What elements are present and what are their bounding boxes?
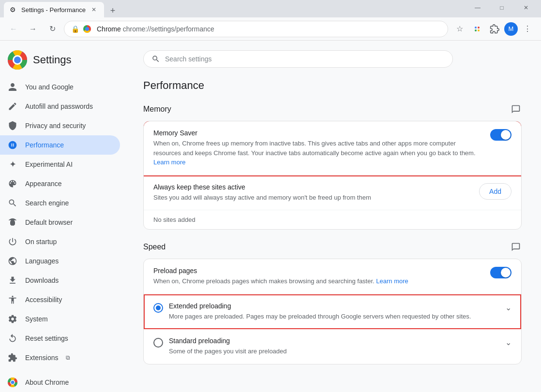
add-sites-button[interactable]: Add — [479, 183, 511, 200]
standard-preloading-text: Standard preloading Some of the pages yo… — [169, 337, 499, 356]
standard-preloading-radio[interactable] — [153, 338, 163, 348]
always-keep-desc: Sites you add will always stay active an… — [153, 193, 471, 203]
shield-icon — [8, 121, 17, 131]
search-container: Search settings — [143, 50, 522, 68]
preload-learn-more[interactable]: Learn more — [376, 277, 408, 285]
memory-saver-desc: When on, Chrome frees up memory from ina… — [153, 139, 482, 167]
reload-button[interactable]: ↻ — [45, 21, 60, 37]
sidebar-item-privacy[interactable]: Privacy and security — [0, 116, 120, 135]
svg-point-9 — [11, 381, 15, 384]
always-keep-text: Always keep these sites active Sites you… — [153, 183, 471, 203]
sidebar-item-reset[interactable]: Reset settings — [0, 329, 120, 348]
menu-button[interactable]: ⋮ — [520, 21, 535, 37]
content-area: Search settings Performance Memory Memor — [124, 41, 541, 392]
speed-feedback-icon[interactable] — [510, 241, 522, 253]
address-text: Chrome chrome://settings/performance — [97, 25, 441, 33]
search-bar[interactable]: Search settings — [143, 50, 453, 68]
standard-preloading-item: Standard preloading Some of the pages yo… — [144, 329, 521, 364]
address-bar[interactable]: 🔒 Chrome chrome://settings/performance — [64, 21, 448, 37]
active-tab[interactable]: ⚙ Settings - Performance ✕ — [4, 2, 104, 17]
address-path: chrome://settings/performance — [123, 25, 214, 33]
forward-button[interactable]: → — [25, 21, 41, 37]
tab-favicon: ⚙ — [10, 6, 17, 14]
external-link-icon: ⧉ — [66, 354, 70, 361]
title-bar: ⚙ Settings - Performance ✕ + — □ ✕ — [0, 0, 541, 17]
sidebar-label-performance: Performance — [25, 141, 64, 149]
sidebar-item-accessibility[interactable]: Accessibility — [0, 290, 120, 309]
speed-section-title: Speed — [143, 243, 165, 251]
sidebar-item-appearance[interactable]: Appearance — [0, 174, 120, 193]
speed-section: Speed Preload pages When on, Chrome prel… — [143, 241, 522, 364]
sidebar-label-on-startup: On startup — [25, 238, 57, 246]
sidebar-label-system: System — [25, 315, 48, 323]
sidebar-label-about: About Chrome — [25, 378, 69, 386]
svg-point-1 — [478, 27, 480, 29]
lock-icon: 🔒 — [71, 25, 79, 33]
sidebar-item-performance[interactable]: Performance — [0, 135, 120, 155]
tab-close-button[interactable]: ✕ — [90, 5, 98, 14]
memory-saver-toggle[interactable] — [490, 129, 511, 141]
palette-icon — [8, 179, 17, 189]
sidebar-item-search[interactable]: Search engine — [0, 193, 120, 213]
preload-item: Preload pages When on, Chrome preloads p… — [144, 259, 521, 294]
sidebar-item-system[interactable]: System — [0, 309, 120, 329]
extended-preloading-title: Extended preloading — [169, 302, 499, 310]
standard-preloading-desc: Some of the pages you visit are preloade… — [169, 347, 499, 356]
toolbar: ← → ↻ 🔒 Chrome chrome://settings/perform… — [0, 17, 541, 41]
preload-toggle[interactable] — [490, 267, 511, 278]
puzzle-icon — [8, 353, 17, 363]
sidebar-item-about[interactable]: About Chrome — [0, 373, 120, 392]
sidebar-item-extensions[interactable]: Extensions ⧉ — [0, 348, 120, 367]
always-keep-item: Always keep these sites active Sites you… — [144, 175, 521, 211]
sidebar-item-languages[interactable]: Languages — [0, 251, 120, 271]
power-icon — [8, 237, 17, 247]
accessibility-icon — [8, 295, 17, 305]
standard-chevron-icon[interactable]: ⌄ — [505, 338, 511, 347]
sidebar-label-downloads: Downloads — [25, 276, 59, 284]
extended-chevron-icon[interactable]: ⌄ — [505, 303, 511, 312]
profile-icon[interactable]: M — [504, 22, 518, 36]
svg-point-2 — [475, 29, 477, 31]
memory-saver-learn-more[interactable]: Learn more — [153, 159, 185, 166]
sparkle-icon: ✦ — [8, 160, 17, 169]
new-tab-button[interactable]: + — [106, 4, 120, 17]
sidebar-item-autofill[interactable]: Autofill and passwords — [0, 97, 120, 116]
extended-preloading-desc: More pages are preloaded. Pages may be p… — [169, 312, 499, 321]
speed-card: Preload pages When on, Chrome preloads p… — [143, 259, 522, 364]
sidebar-item-downloads[interactable]: Downloads — [0, 271, 120, 290]
no-sites-text: No sites added — [144, 210, 521, 229]
person-icon — [8, 82, 17, 92]
sidebar-label-accessibility: Accessibility — [25, 296, 62, 304]
memory-saver-title: Memory Saver — [153, 129, 482, 137]
svg-point-6 — [14, 57, 21, 63]
memory-section: Memory Memory Saver When on, Chrome free… — [143, 103, 522, 230]
extended-preloading-radio[interactable] — [153, 303, 163, 313]
toolbar-icons: ☆ M ⋮ — [452, 21, 535, 37]
extended-preloading-text: Extended preloading More pages are prelo… — [169, 302, 499, 321]
sidebar-item-default-browser[interactable]: Default browser — [0, 213, 120, 232]
close-button[interactable]: ✕ — [515, 0, 537, 15]
memory-section-title: Memory — [143, 105, 171, 114]
extensions-button[interactable] — [487, 21, 502, 37]
minimize-button[interactable]: — — [466, 0, 489, 15]
chrome-logo — [8, 50, 27, 70]
memory-feedback-icon[interactable] — [510, 103, 522, 115]
globe-icon — [8, 256, 17, 266]
speed-section-header: Speed — [143, 241, 522, 253]
google-apps-button[interactable] — [469, 21, 485, 37]
address-origin: Chrome — [97, 25, 121, 33]
sidebar-item-on-startup[interactable]: On startup — [0, 232, 120, 251]
gauge-icon — [8, 140, 17, 150]
back-button[interactable]: ← — [6, 21, 21, 37]
bookmark-button[interactable]: ☆ — [452, 21, 467, 37]
sidebar-item-experimental[interactable]: ✦ Experimental AI — [0, 155, 120, 174]
browser-frame: ⚙ Settings - Performance ✕ + — □ ✕ ← → ↻… — [0, 0, 541, 392]
sidebar-label-search: Search engine — [25, 199, 69, 207]
sidebar-item-you-google[interactable]: You and Google — [0, 77, 120, 97]
maximize-button[interactable]: □ — [491, 0, 513, 15]
sidebar-label-appearance: Appearance — [25, 180, 62, 188]
tab-title: Settings - Performance — [21, 6, 86, 14]
download-icon — [8, 276, 17, 285]
memory-card: Memory Saver When on, Chrome frees up me… — [143, 121, 522, 230]
reset-icon — [8, 334, 17, 343]
